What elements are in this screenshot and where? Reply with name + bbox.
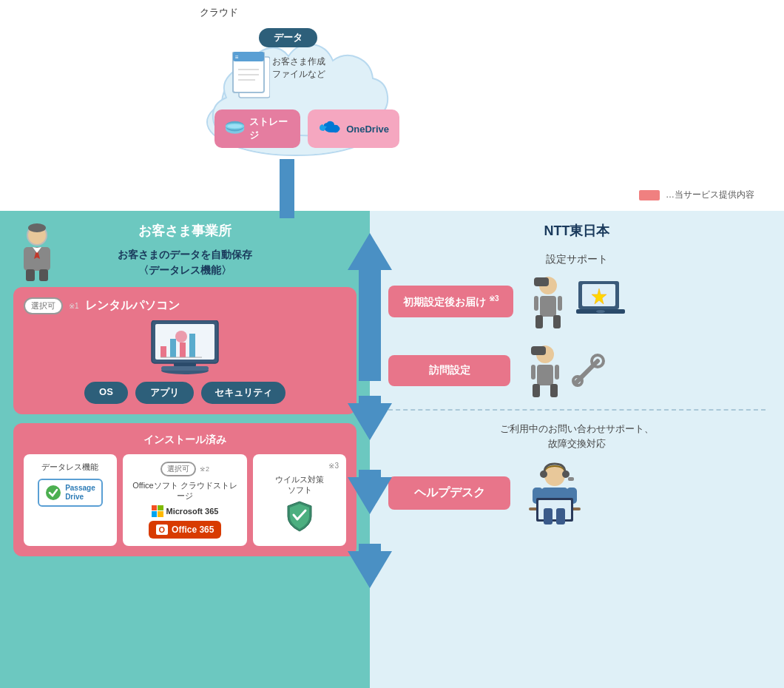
install-box: インストール済み データレス機能 Passage Drive — [13, 423, 356, 556]
right-panel-title: NTT東日本 — [388, 222, 766, 240]
helpdesk-row: ヘルプデスク — [388, 459, 766, 526]
tech-person-icon-2 — [525, 343, 566, 398]
inquiry-support-section: ご利用中のお問い合わせサポート、 故障交換対応 ヘルプデスク — [388, 422, 766, 526]
pc-icon-area — [24, 320, 346, 376]
svg-marker-46 — [348, 233, 392, 381]
svg-point-45 — [46, 485, 61, 500]
svg-marker-47 — [348, 396, 392, 440]
svg-rect-24 — [280, 159, 294, 218]
svg-rect-76 — [568, 477, 574, 481]
legend: …当サービス提供内容 — [639, 189, 754, 201]
helpdesk-btn[interactable]: ヘルプデスク — [388, 476, 510, 510]
right-panel: NTT東日本 設定サポート 初期設定後お届け ※3 — [370, 211, 784, 688]
svg-rect-68 — [555, 365, 559, 380]
install-dataless: データレス機能 Passage Drive — [24, 454, 117, 546]
left-panel: お客さま事業所 — [0, 211, 370, 688]
tech-person-1 — [528, 274, 626, 329]
os-tag: OS — [84, 382, 128, 404]
note3-virus: ※3 — [328, 462, 339, 470]
divider-dashed — [388, 409, 766, 411]
svg-point-75 — [562, 471, 570, 478]
cloud-document-icon: ≡ — [229, 52, 270, 103]
svg-rect-39 — [189, 334, 195, 357]
note1: ※1 — [69, 302, 79, 310]
sentaku-row: 選択可 ※2 — [160, 462, 209, 476]
ms-grid — [152, 505, 163, 517]
svg-rect-42 — [174, 363, 196, 366]
svg-point-40 — [175, 331, 187, 343]
install-grid: データレス機能 Passage Drive 選択可 — [24, 454, 346, 546]
visit-setup-row: 訪問設定 — [388, 343, 766, 398]
dataless-label: データレス機能 — [41, 462, 98, 473]
svg-rect-84 — [556, 508, 565, 525]
rental-pc-box: 選択可 ※1 レンタルパソコン — [13, 287, 356, 414]
svg-rect-37 — [170, 339, 176, 357]
svg-rect-56 — [558, 296, 562, 311]
inquiry-support-label: ご利用中のお問い合わせサポート、 故障交換対応 — [388, 422, 766, 451]
svg-rect-54 — [553, 315, 561, 328]
svg-rect-82 — [538, 500, 571, 519]
ms365-row: Microsoft 365 — [152, 505, 219, 517]
virus-label: ウイルス対策 ソフト — [275, 474, 324, 496]
laptop-sparkle — [575, 280, 626, 323]
vertical-arrow-down — [265, 159, 309, 218]
svg-rect-63 — [531, 346, 546, 355]
sentaku-badge-1: 選択可 — [24, 297, 63, 314]
setup-support-label: 設定サポート — [388, 253, 766, 266]
main-area: お客さま事業所 — [0, 211, 784, 688]
svg-marker-48 — [348, 470, 392, 514]
svg-point-27 — [28, 223, 46, 232]
storage-badge: ストレージ — [214, 109, 300, 148]
svg-rect-52 — [540, 296, 556, 317]
svg-text:≡: ≡ — [235, 54, 239, 61]
customer-person-icon — [15, 222, 59, 284]
tech-person-2 — [525, 343, 605, 398]
helpdesk-person-icon — [525, 459, 584, 526]
svg-rect-32 — [26, 269, 35, 281]
office-letter: O — [156, 525, 169, 535]
rental-pc-header: 選択可 ※1 レンタルパソコン — [24, 297, 346, 314]
svg-rect-51 — [534, 277, 549, 286]
svg-marker-49 — [348, 544, 392, 588]
note2: ※2 — [200, 465, 209, 473]
onedrive-badge: OneDrive — [308, 109, 399, 148]
setup-support-section: 設定サポート 初期設定後お届け ※3 — [388, 253, 766, 398]
svg-rect-65 — [533, 384, 540, 397]
svg-rect-83 — [544, 508, 552, 525]
initial-setup-row: 初期設定後お届け ※3 — [388, 274, 766, 329]
app-tag: アプリ — [135, 382, 194, 404]
cloud-file-label: お客さま作成 ファイルなど — [272, 55, 325, 81]
security-tag: セキュリティ — [201, 382, 285, 404]
cloud-services-row: ストレージ OneDrive — [214, 109, 399, 148]
left-panel-title: お客さま事業所 — [13, 222, 356, 240]
auto-save-text: お客さまのデータを自動保存 〈データレス機能〉 — [13, 247, 356, 278]
initial-setup-btn[interactable]: 初期設定後お届け ※3 — [388, 286, 513, 318]
rental-pc-title: レンタルパソコン — [85, 298, 180, 314]
legend-color-box — [639, 190, 660, 200]
svg-rect-44 — [161, 366, 209, 371]
data-badge: データ — [259, 28, 317, 47]
svg-rect-67 — [531, 365, 535, 380]
visit-setup-btn[interactable]: 訪問設定 — [388, 355, 510, 386]
svg-rect-38 — [180, 343, 186, 357]
svg-point-61 — [596, 310, 605, 313]
shield-icon — [285, 500, 314, 533]
svg-point-23 — [227, 124, 242, 128]
svg-rect-53 — [535, 315, 543, 328]
svg-rect-64 — [537, 365, 553, 385]
svg-rect-33 — [39, 269, 48, 281]
svg-rect-36 — [160, 346, 166, 357]
tech-person-icon-1 — [528, 274, 569, 329]
sentaku-badge-2: 選択可 — [160, 462, 196, 476]
arrows-area — [340, 233, 399, 688]
svg-point-74 — [540, 471, 547, 478]
note3-sup: ※3 — [489, 294, 499, 303]
passage-drive-logo: Passage Drive — [38, 479, 103, 507]
install-virus: ※3 ウイルス対策 ソフト — [253, 454, 346, 546]
svg-rect-66 — [550, 384, 558, 397]
office-soft-label: Officeソフト クラウドストレージ — [130, 480, 240, 502]
svg-rect-55 — [534, 296, 538, 311]
arrows-svg — [340, 233, 399, 688]
wrench-icon — [572, 354, 605, 387]
office365-badge: O Office 365 — [149, 521, 222, 539]
